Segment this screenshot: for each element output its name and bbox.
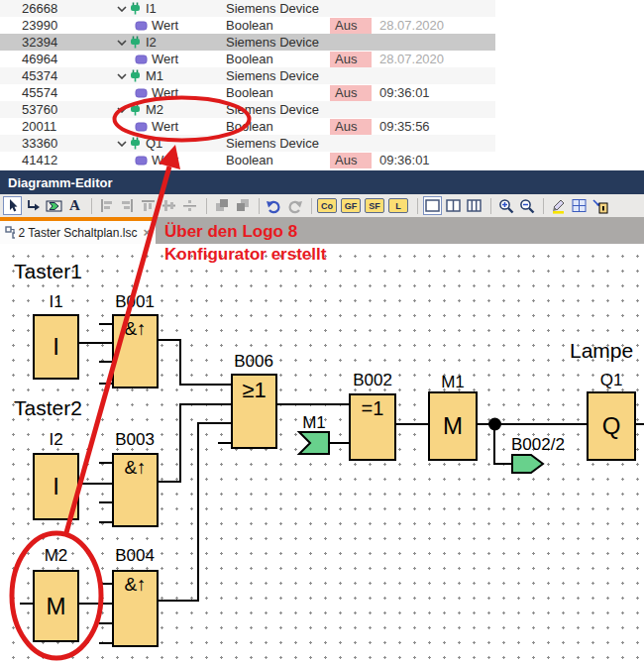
row-id: 45574 bbox=[0, 85, 117, 100]
table-row[interactable]: 23990 Wert Boolean Aus 28.07.2020 bbox=[0, 17, 495, 34]
row-id: 46964 bbox=[0, 52, 117, 66]
row-id: 26668 bbox=[0, 1, 117, 16]
align-right-button[interactable] bbox=[118, 196, 137, 215]
block-b002[interactable]: =1 bbox=[349, 393, 396, 461]
align-left-button[interactable] bbox=[97, 196, 116, 215]
table-row[interactable]: 26668 I1 Siemens Device bbox=[0, 0, 495, 17]
device-icon bbox=[129, 2, 142, 15]
tree-cell: M1 bbox=[117, 68, 226, 83]
block-symbol: M bbox=[35, 572, 77, 640]
bring-to-front-button[interactable] bbox=[212, 196, 231, 215]
table-row[interactable]: 33360 Q1 Siemens Device bbox=[0, 135, 495, 152]
row-timestamp: 09:36:01 bbox=[379, 85, 430, 100]
block-b003[interactable]: &↑ bbox=[112, 453, 159, 527]
block-i2[interactable]: I bbox=[33, 453, 79, 520]
tab-close-button[interactable]: × bbox=[143, 225, 151, 240]
constants-co-button[interactable]: Co bbox=[317, 198, 337, 213]
row-type: Boolean bbox=[226, 18, 330, 33]
connector-tool-button[interactable] bbox=[24, 196, 43, 215]
chevron-down-icon[interactable] bbox=[117, 73, 127, 79]
table-row-selected[interactable]: 32394 I2 Siemens Device bbox=[0, 34, 495, 51]
block-symbol: &↑ bbox=[114, 318, 157, 340]
table-row[interactable]: 41412 Wert Boolean Aus 09:36:01 bbox=[0, 152, 495, 168]
toolbar-separator bbox=[206, 198, 207, 214]
highlighter-button[interactable] bbox=[549, 196, 568, 215]
value-tag-icon bbox=[135, 122, 148, 132]
block-symbol: I bbox=[35, 455, 77, 518]
basic-functions-gf-button[interactable]: GF bbox=[341, 198, 361, 213]
block-m2[interactable]: M bbox=[33, 570, 79, 642]
special-functions-sf-button[interactable]: SF bbox=[365, 198, 384, 213]
text-tool-icon: A bbox=[69, 197, 80, 214]
watch-table: 26668 I1 Siemens Device 23990 Wert Boole… bbox=[0, 0, 495, 168]
table-row[interactable]: 20011 Wert Boolean Aus 09:35:56 bbox=[0, 118, 495, 135]
annotation-text-line2: Konfigurator erstellt bbox=[164, 245, 326, 265]
block-i1[interactable]: I bbox=[33, 314, 79, 380]
highlighter-pencil-icon bbox=[550, 197, 567, 214]
redo-icon bbox=[286, 198, 303, 214]
distribute-button[interactable] bbox=[180, 196, 199, 215]
split-two-icon bbox=[446, 199, 461, 212]
row-name: Wert bbox=[152, 18, 178, 33]
block-q1[interactable]: Q bbox=[587, 391, 636, 461]
flag-connector-icon bbox=[46, 198, 62, 214]
block-b006[interactable]: ≥1 bbox=[231, 374, 277, 449]
connector-icon bbox=[26, 198, 42, 213]
row-type: Boolean bbox=[226, 52, 330, 66]
tree-cell: Wert bbox=[117, 85, 226, 100]
table-row[interactable]: 45574 Wert Boolean Aus 09:36:01 bbox=[0, 84, 495, 101]
document-tabbar: 2 Taster Schaltplan.lsc × bbox=[0, 217, 644, 244]
split-window-three-button[interactable] bbox=[465, 196, 483, 215]
status-badge: Aus bbox=[330, 153, 372, 168]
logo-soft-comfort-window: 26668 I1 Siemens Device 23990 Wert Boole… bbox=[0, 0, 644, 664]
chevron-down-icon[interactable] bbox=[117, 107, 127, 113]
block-label-m1: M1 bbox=[428, 373, 478, 392]
send-to-back-button[interactable] bbox=[233, 196, 252, 215]
split-window-single-button[interactable] bbox=[423, 196, 442, 215]
tree-cell: Wert bbox=[117, 52, 226, 66]
logic-l-button[interactable]: L bbox=[388, 198, 408, 213]
row-timestamp: 09:36:01 bbox=[379, 153, 430, 167]
status-badge: Aus bbox=[330, 85, 372, 101]
tree-cell: Wert bbox=[117, 119, 226, 134]
table-row[interactable]: 45374 M1 Siemens Device bbox=[0, 67, 495, 84]
row-id: 45374 bbox=[0, 68, 117, 83]
zoom-in-button[interactable] bbox=[496, 196, 515, 215]
block-symbol: &↑ bbox=[114, 574, 157, 596]
align-middle-button[interactable] bbox=[160, 196, 178, 215]
align-top-button[interactable] bbox=[139, 196, 158, 215]
device-icon bbox=[129, 137, 142, 150]
block-m1[interactable]: M bbox=[428, 391, 478, 461]
value-tag-icon bbox=[135, 55, 148, 64]
tab-schaltplan[interactable]: 2 Taster Schaltplan.lsc × bbox=[0, 217, 156, 244]
row-id: 33360 bbox=[0, 136, 117, 151]
chevron-down-icon[interactable] bbox=[117, 141, 127, 147]
diagram-file-icon bbox=[5, 226, 15, 239]
block-symbol: Q bbox=[589, 393, 634, 459]
row-name: M2 bbox=[146, 102, 163, 117]
block-label-b001: B001 bbox=[105, 292, 164, 312]
convert-block-button[interactable] bbox=[590, 196, 609, 215]
block-label-b003: B003 bbox=[105, 430, 164, 450]
toolbar-separator bbox=[91, 198, 92, 214]
status-badge: Aus bbox=[330, 52, 372, 67]
tree-cell: Wert bbox=[117, 153, 226, 167]
chevron-down-icon[interactable] bbox=[117, 6, 127, 12]
split-window-two-button[interactable] bbox=[444, 196, 463, 215]
table-row[interactable]: 46964 Wert Boolean Aus 28.07.2020 bbox=[0, 51, 495, 67]
device-icon bbox=[129, 36, 142, 49]
text-tool-button[interactable]: A bbox=[65, 196, 84, 215]
undo-button[interactable] bbox=[265, 196, 283, 215]
zoom-out-button[interactable] bbox=[517, 196, 536, 215]
pointer-tool-button[interactable] bbox=[3, 196, 22, 215]
redo-button[interactable] bbox=[285, 196, 304, 215]
table-row[interactable]: 53760 M2 Siemens Device bbox=[0, 101, 495, 118]
flag-connector-tool-button[interactable] bbox=[45, 196, 63, 215]
grid-settings-button[interactable] bbox=[570, 196, 589, 215]
block-b001[interactable]: &↑ bbox=[112, 314, 159, 388]
block-label-b006: B006 bbox=[224, 352, 283, 372]
block-b004[interactable]: &↑ bbox=[112, 570, 159, 647]
align-top-icon bbox=[141, 198, 156, 213]
chevron-down-icon[interactable] bbox=[117, 40, 127, 46]
editor-toolbar: A Co GF bbox=[0, 194, 644, 217]
